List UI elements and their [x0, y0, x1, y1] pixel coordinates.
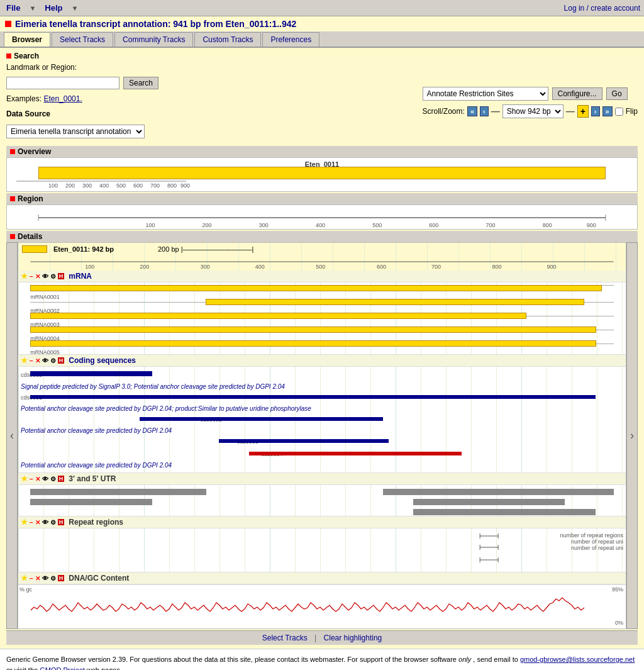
tab-select-tracks[interactable]: Select Tracks: [52, 32, 113, 47]
mrna0001-bar[interactable]: [30, 285, 602, 291]
help-menu[interactable]: Help: [42, 2, 65, 14]
gc-config-icon[interactable]: ⚙: [50, 575, 56, 582]
search-label: Search: [14, 52, 39, 60]
gc-h-icon[interactable]: H: [58, 575, 65, 581]
cds0001-bar[interactable]: [30, 395, 595, 399]
rewind-button[interactable]: «: [467, 106, 477, 116]
footer-gmod-link[interactable]: GMOD Project: [40, 666, 85, 671]
datasource-select[interactable]: Eimeria tenella transcript annotation: [6, 125, 145, 138]
mrna0003-bar[interactable]: [30, 313, 526, 319]
cds0004-bar[interactable]: [249, 452, 462, 455]
overview-track: Eten_0011 100 200 300 400 500 600 700 80…: [6, 157, 638, 192]
cds0003-bar[interactable]: [219, 439, 389, 443]
go-button[interactable]: Go: [606, 87, 628, 100]
cds0005-row: cds0005: [18, 367, 626, 382]
configure-button[interactable]: Configure...: [552, 87, 602, 100]
mrna-config-icon[interactable]: ⚙: [50, 273, 56, 280]
tabbar: Browser Select Tracks Community Tracks C…: [0, 32, 644, 48]
cds-star-icon[interactable]: ★: [21, 356, 28, 365]
cds-h-icon[interactable]: H: [58, 357, 65, 364]
back-button[interactable]: ‹: [480, 106, 489, 116]
utr-minus-icon[interactable]: −: [30, 476, 33, 483]
repeat-x-icon[interactable]: ✕: [35, 519, 40, 526]
cds0005-bar[interactable]: [30, 371, 152, 376]
tab-community-tracks[interactable]: Community Tracks: [114, 32, 193, 47]
gc-eye-icon[interactable]: 👁: [42, 575, 48, 582]
cds-config-icon[interactable]: ⚙: [50, 357, 56, 364]
repeat-h-icon[interactable]: H: [58, 519, 65, 525]
scale-row: Eten_0011: 942 bp 200 bp |——————————|: [18, 243, 626, 253]
gc-x-icon[interactable]: ✕: [35, 575, 40, 582]
details-label[interactable]: Details: [6, 231, 638, 242]
footer-email-link[interactable]: gmod-gbrowse@lists.sourceforge.net: [520, 656, 635, 663]
mrna-star-icon[interactable]: ★: [21, 272, 28, 281]
repeat-minus-icon[interactable]: −: [30, 519, 33, 526]
tab-preferences[interactable]: Preferences: [262, 32, 319, 47]
landmark-row: Landmark or Region:: [6, 63, 158, 72]
search-section: Search Landmark or Region: Eten_0011:1..…: [6, 52, 638, 142]
utr-h-icon[interactable]: H: [58, 476, 65, 482]
utr-config-icon[interactable]: ⚙: [50, 476, 56, 483]
cds0002-bar[interactable]: [140, 417, 382, 421]
repeat-eye-icon[interactable]: 👁: [42, 519, 48, 526]
tab-browser[interactable]: Browser: [4, 32, 50, 47]
mrna-track-header: ★ − ✕ 👁 ⚙ H mRNA: [18, 271, 626, 282]
annotate-select[interactable]: Annotate Restriction Sites: [423, 87, 548, 101]
utr-x-icon[interactable]: ✕: [35, 476, 40, 483]
repeat-star-icon[interactable]: ★: [21, 518, 28, 527]
cds-x-icon[interactable]: ✕: [35, 357, 40, 364]
controls-area: Landmark or Region: Eten_0011:1..942 Sea…: [6, 63, 638, 142]
mrna-eye-icon[interactable]: 👁: [42, 273, 48, 280]
nav-right-button[interactable]: ›: [626, 242, 638, 629]
utr-eye-icon[interactable]: 👁: [42, 476, 48, 483]
svg-text:200: 200: [65, 182, 75, 189]
cds-eye-icon[interactable]: 👁: [42, 357, 48, 364]
overview-label[interactable]: Overview: [6, 146, 638, 157]
region-label[interactable]: Region: [6, 193, 638, 204]
nav-left-button[interactable]: ‹: [6, 242, 18, 629]
overview-section: Overview Eten_0011 100 200 300 400 500 6…: [6, 146, 638, 192]
page-title: Eimeria tenella transcript annotation: 9…: [15, 19, 296, 29]
utr-bar4[interactable]: [413, 499, 565, 505]
plus-button[interactable]: +: [577, 105, 589, 118]
menu-left: File ▼ Help ▼: [4, 2, 78, 14]
repeat-config-icon[interactable]: ⚙: [50, 519, 56, 526]
region-icon: [10, 196, 15, 201]
search-button[interactable]: Search: [123, 77, 158, 89]
show-bp-select[interactable]: Show 942 bp: [502, 104, 564, 118]
file-arrow: ▼: [29, 4, 36, 12]
svg-text:200: 200: [140, 264, 149, 270]
details-outer: ‹ Eten_0011: 942 bp 200 bp |——————————| …: [6, 242, 638, 629]
example-link[interactable]: Eten_0001.: [43, 94, 82, 103]
gc-minus-icon[interactable]: −: [30, 575, 33, 582]
file-menu[interactable]: File: [4, 2, 23, 14]
landmark-input[interactable]: Eten_0011:1..942: [6, 77, 119, 89]
titlebar: Eimeria tenella transcript annotation: 9…: [0, 16, 644, 32]
scroll-zoom-label: Scroll/Zoom:: [423, 107, 465, 116]
mrna-x-icon[interactable]: ✕: [35, 273, 40, 280]
utr-bar3[interactable]: [383, 489, 614, 495]
svg-text:400: 400: [316, 222, 325, 228]
utr-bar5[interactable]: [413, 509, 596, 515]
footer-only: only: [458, 656, 471, 663]
flip-checkbox[interactable]: [615, 108, 623, 116]
fwd-button[interactable]: ›: [591, 106, 600, 116]
mrna-h-icon[interactable]: H: [58, 273, 65, 279]
mrna0004-bar[interactable]: [30, 327, 596, 333]
clear-highlighting-link[interactable]: Clear highlighting: [324, 634, 382, 642]
ffwd-button[interactable]: »: [602, 106, 613, 116]
utr-bar2[interactable]: [30, 499, 152, 505]
gc-star-icon[interactable]: ★: [21, 574, 28, 583]
cds-minus-icon[interactable]: −: [30, 357, 33, 364]
mrna-label: mRNA: [69, 272, 92, 281]
utr-bar1[interactable]: [30, 489, 206, 495]
utr-star-icon[interactable]: ★: [21, 474, 28, 483]
mrna0005-bar[interactable]: [30, 340, 596, 347]
tab-custom-tracks[interactable]: Custom Tracks: [194, 32, 261, 47]
login-link[interactable]: Log in / create account: [564, 4, 640, 13]
mrna-minus-icon[interactable]: −: [30, 273, 33, 280]
mrna0002-bar[interactable]: [206, 299, 585, 305]
svg-text:100: 100: [85, 264, 94, 270]
footer-text3: or visit the: [6, 666, 40, 671]
select-tracks-link[interactable]: Select Tracks: [262, 634, 308, 642]
